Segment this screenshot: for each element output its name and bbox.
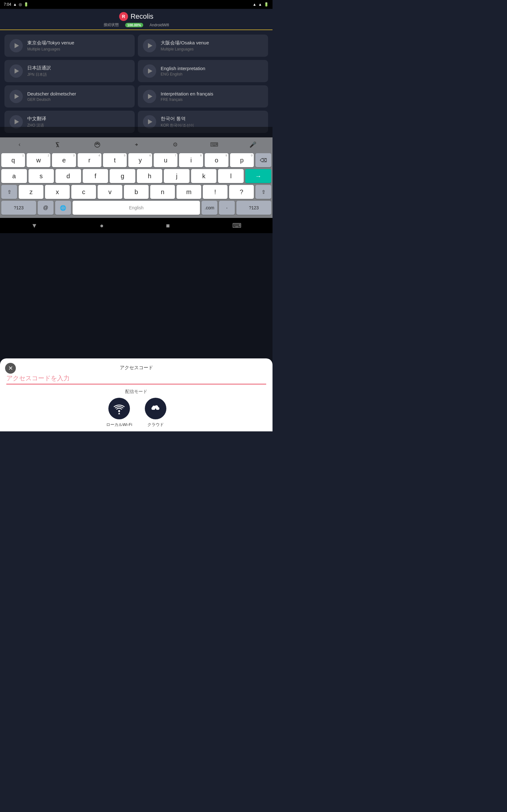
play-button-chinese[interactable] [9,115,23,129]
play-button-german[interactable] [9,90,23,103]
channel-lang-english: ENG English [161,72,263,77]
key-delete[interactable]: ⌫ [256,153,271,167]
palette-icon[interactable] [92,139,103,150]
key-c[interactable]: c [71,185,96,199]
key-enter[interactable]: → [245,169,271,183]
key-dotcom[interactable]: .com [202,201,217,215]
key-z[interactable]: z [19,185,43,199]
channel-name-osaka: 大阪会場/Osaka venue [161,40,263,46]
nav-back[interactable]: ▼ [31,222,38,229]
key-v[interactable]: v [98,185,122,199]
channel-card-german[interactable]: Deutscher dolmetscher GER Deutsch [4,85,135,107]
channel-grid: 東京会場/Tokyo venue Multiple Languages 大阪会場… [0,30,273,137]
key-shift-left[interactable]: ⇧ [1,185,17,199]
key-a[interactable]: a [1,169,27,183]
nav-home[interactable]: ● [100,222,104,229]
key-k[interactable]: k [191,169,217,183]
local-wifi-button[interactable]: ローカルWi-Fi [106,398,132,427]
cloud-icon [145,398,166,419]
play-icon-tokyo [14,43,19,48]
nav-recents[interactable]: ■ [166,222,170,229]
connection-label: 接続状態 [104,22,119,28]
play-button-tokyo[interactable] [9,39,23,52]
channel-card-korean[interactable]: 한국어 통역 KOR 한국어/조선이 [138,111,268,133]
key-j[interactable]: j [164,169,189,183]
key-s[interactable]: s [29,169,54,183]
keyboard-row-3: ⇧ z x c v b n m ! ? ⇧ [1,185,271,199]
key-at[interactable]: @ [38,201,54,215]
bottom-sheet: ✕ アクセスコード 配信モード ローカルWi-Fi [0,358,273,432]
key-x[interactable]: x [45,185,70,199]
key-i[interactable]: 8i [179,153,203,167]
play-button-japanese[interactable] [9,64,23,78]
cloud-label: クラウド [147,422,164,427]
key-n[interactable]: n [150,185,175,199]
channel-name-japanese: 日本語通訳 [27,65,130,71]
delivery-mode-label: 配信モード [6,389,266,395]
play-icon-french [148,94,153,99]
channel-lang-japanese: JPN 日本語 [27,72,130,78]
local-wifi-label: ローカルWi-Fi [106,422,132,427]
channel-info-german: Deutscher dolmetscher GER Deutsch [27,91,130,102]
channel-card-japanese[interactable]: 日本語通訳 JPN 日本語 [4,60,135,82]
play-button-english[interactable] [143,64,156,78]
access-code-input[interactable] [6,373,266,385]
network-name: AndroidWifi [150,23,169,27]
key-l[interactable]: l [218,169,244,183]
cursor-icon[interactable] [130,139,142,150]
close-button[interactable]: ✕ [5,363,16,374]
key-r[interactable]: 4r [78,153,101,167]
channel-card-osaka[interactable]: 大阪会場/Osaka venue Multiple Languages [138,35,268,57]
keyboard-row-4: ?123 @ 🌐 English .com · ?123 [1,201,271,215]
channel-card-tokyo[interactable]: 東京会場/Tokyo venue Multiple Languages [4,35,135,57]
key-d[interactable]: d [55,169,81,183]
key-sym-right[interactable]: ?123 [236,201,271,215]
translate-icon[interactable] [53,139,64,150]
play-button-french[interactable] [143,90,156,103]
key-h[interactable]: h [137,169,163,183]
key-g[interactable]: g [110,169,135,183]
app-logo: R [119,12,128,21]
keyboard-icon[interactable]: ⌨ [209,139,220,150]
channel-card-english[interactable]: English interpretation ENG English [138,60,268,82]
key-globe[interactable]: 🌐 [55,201,71,215]
cloud-button[interactable]: クラウド [145,398,166,427]
play-icon-english [148,68,153,73]
access-code-label: アクセスコード [6,365,266,371]
key-b[interactable]: b [124,185,149,199]
app-title-row: R Recolis [0,12,273,21]
svg-point-7 [98,143,99,144]
key-q[interactable]: 1q [1,153,25,167]
channel-card-chinese[interactable]: 中文翻译 ZHO 汉语 [4,111,135,133]
key-t[interactable]: 5t [103,153,127,167]
key-m[interactable]: m [176,185,201,199]
play-icon-japanese [14,68,19,73]
channel-name-tokyo: 東京会場/Tokyo venue [27,40,130,46]
play-button-osaka[interactable] [143,39,156,52]
key-question[interactable]: ? [229,185,254,199]
key-exclaim[interactable]: ! [203,185,228,199]
notification-icon: ▲ [13,2,17,7]
key-w[interactable]: 2w [26,153,50,167]
settings-icon[interactable]: ⚙ [170,139,181,150]
key-o[interactable]: 9o [205,153,228,167]
key-sym-left[interactable]: ?123 [1,201,36,215]
key-space[interactable]: English [72,201,200,215]
keyboard: 1q 2w 3e 4r 5t 6y 7u 8i 9o 0p ⌫ a s d f … [0,151,273,218]
channel-name-korean: 한국어 통역 [161,116,263,122]
channel-name-french: Interprétation en français [161,91,263,96]
key-u[interactable]: 7u [154,153,177,167]
play-button-korean[interactable] [143,115,156,129]
channel-card-french[interactable]: Interprétation en français FRE français [138,85,268,107]
back-toolbar-button[interactable]: ‹ [14,139,25,150]
nav-keyboard[interactable]: ⌨ [232,222,241,229]
key-p[interactable]: 0p [230,153,254,167]
key-e[interactable]: 3e [52,153,76,167]
microphone-icon[interactable]: 🎤 [247,139,259,150]
key-shift-right[interactable]: ⇧ [256,185,271,199]
key-f[interactable]: f [83,169,108,183]
bottom-nav: ▼ ● ■ ⌨ [0,218,273,233]
key-dot[interactable]: · [219,201,235,215]
channel-info-osaka: 大阪会場/Osaka venue Multiple Languages [161,40,263,51]
key-y[interactable]: 6y [128,153,152,167]
